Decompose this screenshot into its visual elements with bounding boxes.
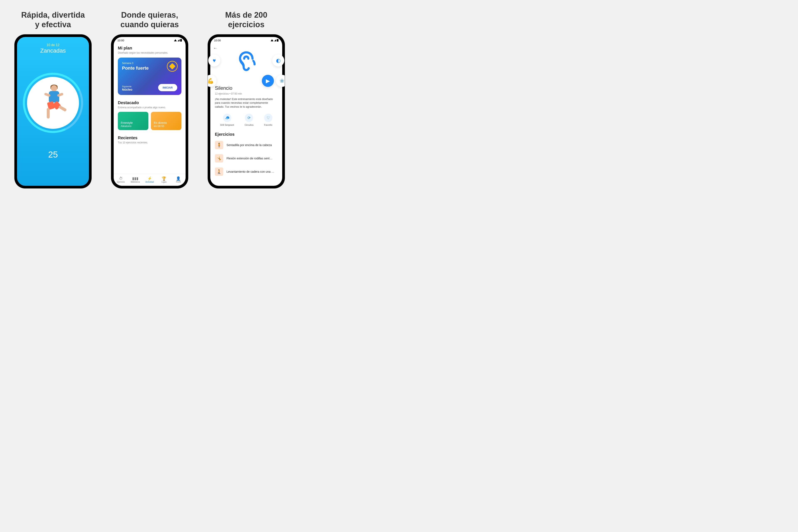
person-icon: 👤 <box>176 177 180 180</box>
signal-icon <box>177 39 179 41</box>
nav-library[interactable]: ▮▮▮ Biblioteca <box>128 174 142 186</box>
exercise-row[interactable]: 🧎 Levantamiento de cadera con una … <box>215 165 278 178</box>
play-chip-icon[interactable]: ▶ <box>262 75 274 87</box>
status-icons <box>174 39 182 42</box>
exercise-thumb-icon: 🧍 <box>215 141 223 149</box>
progress-counter: 10 de 12 <box>46 43 59 47</box>
gem-icon <box>167 61 178 72</box>
featured-heading: Destacado <box>118 100 182 105</box>
promo-column-2: Donde quieras, cuando quieras 10:00 Mi p… <box>106 11 193 200</box>
promo-column-1: Rápida, divertida y efectiva 10 de 12 Za… <box>10 11 97 200</box>
workout-detail-screen: 10:00 ← ♥ 💪 ◐ ▶ ❀ Silencio <box>210 37 282 186</box>
activity-screen: 10:00 Mi plan Diseñado según tus necesid… <box>114 37 186 186</box>
start-button[interactable]: INICIAR <box>158 84 177 91</box>
featured-subheading: Entrena acompañado o prueba algo nuevo. <box>118 106 182 109</box>
recent-heading: Recientes <box>118 135 182 140</box>
status-time: 10:00 <box>214 39 221 42</box>
next-value: Núcleo <box>122 88 132 91</box>
exercise-label: Levantamiento de cadera con una … <box>227 170 278 173</box>
next-label: Siguiente <box>122 85 132 88</box>
bottom-nav: ⏱ Ejercicio ▮▮▮ Biblioteca ⚡ Actividad 🏆… <box>114 174 186 186</box>
featured-card-freestyle[interactable]: Freestyle Aleatorio <box>118 112 148 130</box>
action-label: Drill Sergeant <box>220 124 234 126</box>
recent-subheading: Tus 10 ejercicios recientes. <box>118 141 182 144</box>
exercise-row[interactable]: 🧍 Sentadilla por encima de la cabeza <box>215 138 278 152</box>
seconds-remaining: 25 <box>48 150 58 159</box>
back-button[interactable]: ← <box>213 46 217 51</box>
promo-column-3: Más de 200 ejercicios 10:00 ← ♥ 💪 ◐ ▶ <box>203 11 290 200</box>
exercise-illustration <box>27 77 79 129</box>
status-time: 10:00 <box>117 39 124 42</box>
exercise-label: Sentadilla por encima de la cabeza <box>227 144 278 147</box>
battery-icon <box>180 39 182 42</box>
nav-label: Actividad <box>146 181 154 183</box>
battery-icon <box>277 39 279 42</box>
featured-card-sub: en 08:55 <box>154 125 178 128</box>
signal-icon <box>274 39 276 41</box>
workout-hero: ← ♥ 💪 ◐ ▶ ❀ <box>210 44 282 83</box>
exercise-label: Flexión extensión de rodillas sent… <box>227 157 278 160</box>
status-bar: 10:00 <box>210 37 282 44</box>
status-icons <box>270 39 279 42</box>
action-drill-sergeant[interactable]: 🧢 Drill Sergeant <box>220 114 234 126</box>
exercise-thumb-icon: 🧎 <box>215 168 223 176</box>
exercise-row[interactable]: 🤸 Flexión extensión de rodillas sent… <box>215 152 278 165</box>
exercises-heading: Ejercicios <box>215 132 278 137</box>
phone-frame-3: 10:00 ← ♥ 💪 ◐ ▶ ❀ Silencio <box>208 35 285 188</box>
nav-activity[interactable]: ⚡ Actividad <box>142 174 157 186</box>
status-bar: 10:00 <box>114 37 186 44</box>
nav-label: Biblioteca <box>131 181 140 183</box>
phone-frame-2: 10:00 Mi plan Diseñado según tus necesid… <box>111 35 188 188</box>
exercise-thumb-icon: 🤸 <box>215 154 223 163</box>
workout-description: ¡No molestar! Este entrenamiento está di… <box>215 97 278 109</box>
featured-card-sub: Aleatorio <box>121 125 146 128</box>
heart-outline-icon: ♡ <box>264 114 272 122</box>
featured-card-live[interactable]: En directo en 08:55 <box>151 112 182 130</box>
workout-meta: 12 ejercicios • 07:50 min <box>215 92 278 95</box>
action-label: Favorito <box>264 124 272 126</box>
plan-heading: Mi plan <box>118 46 182 51</box>
featured-card-title: Freestyle <box>121 121 146 125</box>
featured-card-title: En directo <box>154 121 178 125</box>
exercise-name: Zancadas <box>40 48 66 54</box>
headline-3: Más de 200 ejercicios <box>225 11 267 29</box>
trophy-icon: 🏆 <box>162 177 166 180</box>
whistle-icon: 🧢 <box>223 114 231 122</box>
nav-label: Perfil <box>176 181 181 183</box>
plan-subheading: Diseñado según tus necesidades personale… <box>118 51 182 54</box>
bolt-icon: ⚡ <box>147 177 152 180</box>
action-label: Circuitos <box>245 124 253 126</box>
ear-icon <box>234 49 259 78</box>
wifi-icon <box>174 39 177 41</box>
wifi-icon <box>270 39 273 41</box>
nav-label: Ejercicio <box>117 181 125 183</box>
nav-label: Ligas <box>162 181 167 183</box>
headline-2: Donde quieras, cuando quieras <box>120 11 179 29</box>
action-circuits[interactable]: ⟳ Circuitos <box>245 114 253 126</box>
phone-frame-1: 10 de 12 Zancadas <box>15 35 92 188</box>
books-icon: ▮▮▮ <box>132 177 138 180</box>
progress-ring <box>23 73 83 133</box>
headline-1: Rápida, divertida y efectiva <box>21 11 85 29</box>
nav-exercise[interactable]: ⏱ Ejercicio <box>114 174 128 186</box>
heart-chip-icon[interactable]: ♥ <box>208 54 220 66</box>
plan-card[interactable]: Semana 3 Ponte fuerte Siguiente Núcleo I… <box>118 58 182 95</box>
action-favorite[interactable]: ♡ Favorito <box>264 114 272 126</box>
half-circle-chip-icon[interactable]: ◐ <box>272 54 284 66</box>
nav-profile[interactable]: 👤 Perfil <box>171 174 186 186</box>
stopwatch-icon: ⏱ <box>119 177 123 180</box>
nav-leagues[interactable]: 🏆 Ligas <box>157 174 171 186</box>
workout-screen: 10 de 12 Zancadas <box>17 37 89 186</box>
cycle-icon: ⟳ <box>245 114 253 122</box>
